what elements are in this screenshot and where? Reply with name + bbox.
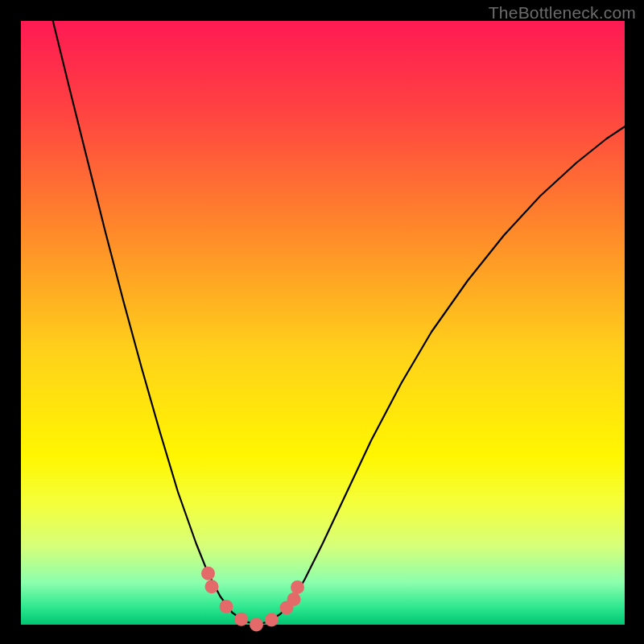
series-group [53,21,625,625]
marker-dot-1 [205,580,219,593]
curve-right-branch [257,126,625,625]
marker-dot-8 [291,580,304,594]
curve-layer [21,21,625,625]
marker-group [201,567,304,632]
marker-dot-4 [250,618,263,632]
marker-dot-0 [201,567,215,580]
curve-left-branch [53,21,257,625]
marker-dot-7 [287,592,301,606]
marker-dot-3 [234,613,248,626]
marker-dot-2 [220,600,233,613]
outer-frame: TheBottleneck.com [0,0,644,644]
watermark-label: TheBottleneck.com [489,3,636,23]
marker-dot-5 [265,613,279,627]
